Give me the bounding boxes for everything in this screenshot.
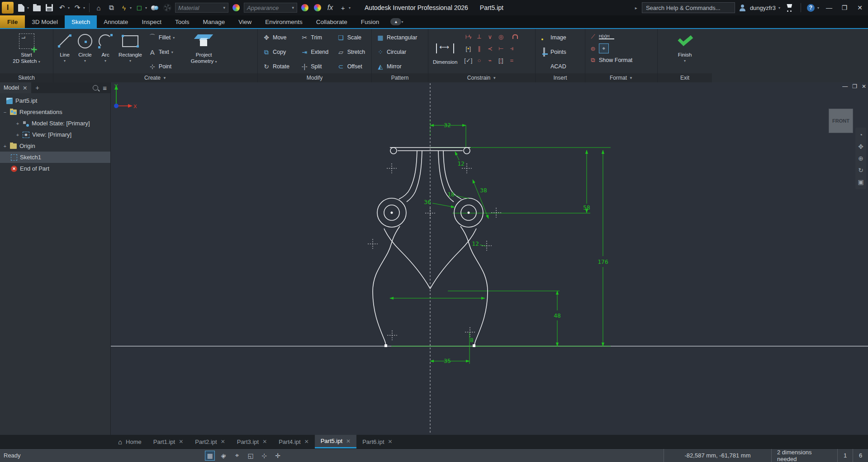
select-dropdown-icon[interactable]: ▾ [145, 6, 147, 10]
username[interactable]: dungyzfr3 [750, 5, 776, 11]
tab-tools[interactable]: Tools [168, 15, 196, 28]
vertical-constraint-icon[interactable]: ⫣ [510, 45, 513, 52]
fix-constraint-icon[interactable]: ○ [477, 57, 481, 64]
tree-item-end-of-part[interactable]: ✕ End of Part [0, 163, 110, 174]
expand-icon[interactable]: + [3, 143, 7, 149]
auto-dimension-icon[interactable]: ⊦ϟ [465, 33, 472, 40]
panel-label-create[interactable]: Create▼ [53, 73, 257, 82]
user-avatar-icon[interactable] [740, 5, 745, 11]
coincident-constraint-icon[interactable]: ∨ [488, 33, 493, 40]
cloud-upload-icon[interactable]: ▲▾ [390, 15, 403, 28]
tab-3d-model[interactable]: 3D Model [25, 15, 65, 28]
sketch-viewport[interactable]: 32 12 38 18 36 58 176 48 12 8 35 [111, 82, 868, 435]
browser-tab-model[interactable]: Model✕ [0, 82, 31, 93]
dimension-labels[interactable]: 32 12 38 18 36 58 176 48 12 8 35 [424, 122, 608, 364]
view-cube[interactable]: FRONT [829, 109, 853, 133]
undo-dropdown-icon[interactable]: ▾ [68, 6, 70, 10]
store-cart-icon[interactable] [785, 3, 795, 13]
doc-tab-part1[interactable]: Part1.ipt✕ [147, 435, 189, 448]
close-tab-icon[interactable]: ✕ [221, 438, 225, 445]
lightning-dropdown-icon[interactable]: ▾ [130, 6, 132, 10]
user-dropdown-icon[interactable]: ▾ [778, 6, 780, 10]
insert-acad-button[interactable]: ACAD [538, 61, 582, 72]
concentric-constraint-icon[interactable]: ◎ [498, 33, 503, 40]
new-file-button[interactable] [16, 3, 26, 13]
circle-button[interactable]: Circle▾ [75, 31, 95, 73]
doc-tab-part6[interactable]: Part6.ipt✕ [356, 435, 398, 448]
help-icon[interactable]: ? [807, 4, 815, 12]
driven-dimension-icon[interactable]: H(x)H [599, 34, 614, 39]
extend-button[interactable]: ⇥Extend [299, 47, 332, 57]
redo-button[interactable]: ↷ [72, 3, 82, 13]
tree-item-sketch1[interactable]: Sketch1 [0, 152, 110, 163]
close-tab-icon[interactable]: ✕ [179, 438, 183, 445]
rectangular-pattern-button[interactable]: ▦Rectangular [375, 32, 425, 43]
adjust-appearance-icon[interactable] [300, 3, 310, 13]
left-eye-center-point[interactable] [391, 212, 393, 214]
undo-button[interactable]: ↶ [57, 3, 67, 13]
scale-button[interactable]: ❏Scale [335, 32, 369, 43]
tab-collaborate[interactable]: Collaborate [309, 15, 354, 28]
dimension-button[interactable]: Dimension [430, 31, 460, 73]
tab-file[interactable]: File [0, 15, 25, 28]
browser-search-icon[interactable] [93, 85, 98, 90]
tab-sketch[interactable]: Sketch [65, 15, 97, 28]
copy-screenshot-button[interactable]: ⧉ [106, 3, 116, 13]
text-button[interactable]: AText▾ [147, 47, 186, 57]
fx-parameters-button[interactable]: fx [325, 3, 335, 13]
panel-label-constrain[interactable]: Constrain▼ [428, 73, 535, 82]
graphics-window[interactable]: — ❐ ✕ FRONT ◔ ✥ ⊕ ↻ ▣ [111, 82, 868, 435]
precise-input-icon[interactable]: ◈▾ [218, 451, 228, 461]
show-format-icon[interactable]: ⧉ [587, 57, 599, 64]
mirror-button[interactable]: ◭Mirror [375, 61, 425, 72]
perpendicular-constraint-icon[interactable]: ⟂ [477, 33, 481, 40]
fillet-button[interactable]: ⌒Fillet▾ [147, 32, 186, 43]
save-button[interactable] [44, 3, 54, 13]
qat-dropdown-icon[interactable]: ▾ [349, 6, 351, 10]
line-button[interactable]: Line▾ [55, 31, 74, 73]
material-combo[interactable]: Material▾ [175, 3, 228, 13]
orbit-icon[interactable]: ↻ [858, 167, 863, 174]
show-format-button[interactable]: Show Format [599, 55, 632, 66]
move-snap-icon[interactable]: ✛ [273, 451, 283, 461]
pan-icon[interactable]: ✥ [858, 143, 863, 150]
doc-tab-part5[interactable]: Part5.ipt✕ [315, 435, 356, 448]
add-qat-button[interactable]: + [338, 3, 348, 13]
close-tab-icon[interactable]: ✕ [262, 438, 267, 445]
doc-minimize-icon[interactable]: — [842, 83, 848, 90]
trim-button[interactable]: ✂Trim [299, 32, 332, 43]
copy-button[interactable]: ⧉Copy [261, 47, 296, 57]
doc-restore-icon[interactable]: ❐ [852, 83, 857, 90]
steering-wheel-icon[interactable]: ◔ [859, 131, 863, 138]
right-eye-center-point[interactable] [468, 212, 470, 214]
render-wheel-icon[interactable] [162, 3, 172, 13]
close-tab-icon[interactable]: ✕ [346, 438, 351, 444]
search-input[interactable]: Search Help & Commands... [642, 2, 735, 13]
project-geometry-button[interactable]: Project Geometry ▾ [188, 31, 220, 73]
arc-button[interactable]: Arc▾ [96, 31, 115, 73]
tree-item-representations[interactable]: − Representations [0, 106, 110, 118]
clear-appearance-icon[interactable] [313, 3, 323, 13]
centerline-icon[interactable]: ⊜ [587, 45, 599, 52]
help-dropdown-icon[interactable]: ▾ [817, 6, 819, 10]
tree-item-view[interactable]: + ◉ View: [Primary] [0, 129, 110, 140]
parallel-constraint-icon[interactable]: ∥ [478, 45, 481, 52]
look-at-icon[interactable]: ▣ [858, 178, 863, 186]
collapse-icon[interactable]: − [3, 110, 7, 115]
move-button[interactable]: ✥Move [261, 32, 296, 43]
tree-item-origin[interactable]: + Origin [0, 140, 110, 152]
close-tab-icon[interactable]: ✕ [304, 438, 309, 445]
doc-close-icon[interactable]: ✕ [862, 83, 866, 90]
close-button[interactable]: ✕ [854, 4, 865, 11]
tab-annotate[interactable]: Annotate [97, 15, 135, 28]
doc-tab-home[interactable]: ⌂ Home [112, 435, 147, 448]
left-endpoint-marker[interactable] [384, 344, 387, 347]
right-endpoint-marker[interactable] [473, 344, 475, 347]
new-file-dropdown-icon[interactable]: ▾ [27, 6, 29, 10]
browser-menu-icon[interactable]: ≡ [103, 84, 107, 92]
restore-button[interactable]: ❐ [839, 4, 850, 11]
point-snap-icon[interactable]: ⊹ [259, 451, 269, 461]
import-points-button[interactable]: Points [538, 47, 582, 57]
browser-tab-close-icon[interactable]: ✕ [23, 85, 27, 91]
finish-sketch-button[interactable]: Finish ▾ [674, 31, 695, 73]
